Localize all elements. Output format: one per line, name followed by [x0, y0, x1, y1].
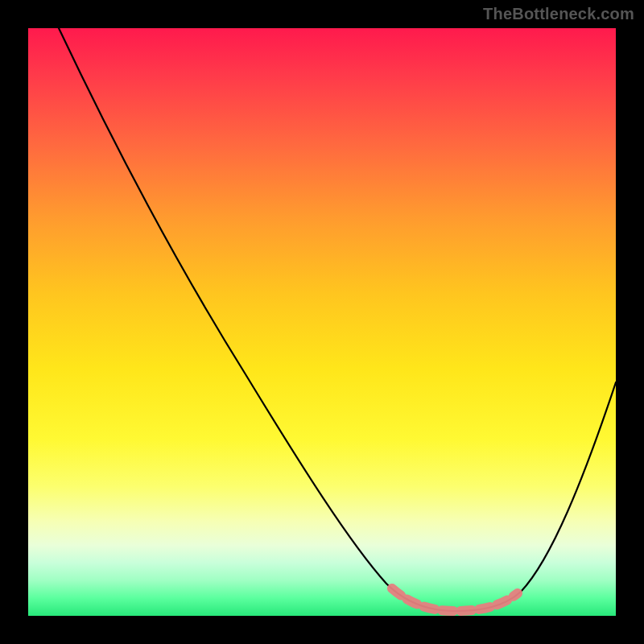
bottleneck-curve [59, 28, 616, 611]
curve-svg [28, 28, 616, 616]
plot-area [28, 28, 616, 616]
chart-frame: TheBottleneck.com [0, 0, 644, 644]
watermark-text: TheBottleneck.com [483, 5, 634, 23]
optimal-zone-highlight [392, 588, 518, 611]
